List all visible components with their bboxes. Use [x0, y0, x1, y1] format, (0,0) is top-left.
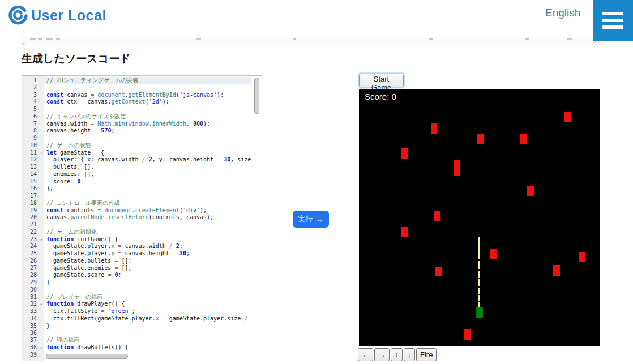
line-number: 28: [22, 272, 44, 279]
user-local-logo[interactable]: User Local: [8, 5, 106, 25]
code-line: gameState.enemies = [];: [44, 265, 262, 272]
bullet-rect: [478, 271, 480, 278]
code-line: // ゲームの状態: [44, 142, 262, 149]
code-line: // キャンバスのサイズを設定: [44, 113, 262, 121]
clipped-text-fragment: [30, 38, 36, 40]
game-button-right[interactable]: →: [374, 348, 390, 361]
code-line: bullets: [],: [44, 164, 262, 171]
game-button-down[interactable]: ↓: [404, 348, 416, 361]
line-number[interactable]: 23▾: [22, 236, 44, 243]
clipped-text-fragment: [46, 38, 53, 40]
line-number: 13: [22, 164, 44, 171]
code-line: [44, 329, 262, 337]
line-number: 1: [22, 77, 44, 84]
clipped-text-fragment: [525, 38, 529, 40]
code-line: ctx.fillRect(gameState.player.x - gameSt…: [44, 315, 262, 323]
line-number: 31: [22, 294, 44, 301]
game-button-fire[interactable]: Fire: [416, 348, 437, 361]
code-line: enemies: [],: [44, 171, 262, 178]
page-title: 生成したソースコード: [22, 52, 131, 66]
code-line: function drawBullets() {: [44, 344, 262, 352]
line-number: 35: [22, 323, 44, 330]
line-number: 12: [22, 156, 44, 164]
code-line: // プレイヤーの描画: [44, 294, 262, 301]
line-number: 5: [22, 106, 44, 113]
line-number: 34: [22, 315, 44, 323]
enemy-rect: [464, 329, 471, 340]
enemy-rect: [434, 211, 440, 221]
line-number: 20: [22, 214, 44, 221]
code-line: [44, 106, 262, 113]
code-line: canvas.parentNode.insertBefore(controls,…: [44, 214, 262, 221]
run-button-label: 実行: [298, 214, 313, 224]
code-line: gameState.player.y = canvas.height - 30;: [44, 250, 262, 258]
enemy-rect: [477, 134, 484, 144]
line-number: 18: [22, 200, 44, 207]
code-line: // 2Dシューティングゲームの実装: [44, 77, 262, 84]
enemy-rect: [401, 148, 408, 159]
hamburger-icon: [602, 25, 623, 29]
code-line: player: { x: canvas.width / 2, y: canvas…: [44, 156, 262, 164]
code-line: }: [44, 323, 262, 330]
score-text: Score: 0: [365, 92, 396, 101]
line-number: 39: [22, 352, 44, 359]
code-content[interactable]: // 2Dシューティングゲームの実装const canvas = documen…: [44, 76, 262, 361]
code-line: gameState.score = 0;: [44, 272, 262, 279]
code-line: function drawPlayer() {: [44, 301, 262, 308]
enemy-rect: [490, 249, 497, 259]
line-number: 9: [22, 135, 44, 142]
menu-button[interactable]: [593, 0, 633, 41]
enemy-rect: [431, 123, 437, 134]
clipped-text-fragment: [196, 38, 201, 40]
clipped-text-fragment: [293, 38, 296, 40]
clipped-text-fragment: [429, 38, 433, 40]
vertical-scrollbar-track[interactable]: [251, 76, 262, 361]
arrow-right-icon: →: [316, 215, 324, 224]
line-number: 37: [22, 337, 44, 344]
line-number: 26: [22, 258, 44, 265]
code-line: [44, 135, 262, 142]
bullet-rect: [478, 295, 480, 301]
line-number: 29: [22, 279, 44, 286]
code-line: ctx.fillStyle = 'green';: [44, 308, 262, 315]
enemy-rect: [579, 252, 585, 262]
line-number: 17: [22, 192, 44, 200]
logo-mark-icon: [8, 5, 28, 25]
bullet-rect: [478, 237, 480, 259]
code-line: const ctx = canvas.getContext('2d');: [44, 99, 262, 106]
enemy-rect: [564, 112, 571, 122]
code-line: score: 0: [44, 178, 262, 186]
code-line: gameState.player.x = canvas.width / 2;: [44, 243, 262, 250]
code-line: const controls = document.createElement(…: [44, 207, 262, 215]
vertical-scrollbar-thumb[interactable]: [254, 78, 259, 114]
game-canvas[interactable]: Score: 0: [359, 89, 600, 346]
enemy-rect: [553, 265, 560, 276]
code-line: gameState.bullets = [];: [44, 258, 262, 265]
player-rect: [476, 307, 483, 318]
line-number: 36: [22, 329, 44, 337]
line-number[interactable]: 11▾: [22, 149, 44, 157]
run-button[interactable]: 実行 →: [293, 211, 329, 228]
code-line: }: [44, 279, 262, 286]
code-line: // ゲームの初期化: [44, 229, 262, 236]
line-number: 19: [22, 207, 44, 215]
hamburger-icon: [602, 12, 623, 15]
start-game-button[interactable]: Start Game: [359, 74, 404, 87]
code-editor[interactable]: 1234567891011▾121314151617181920212223▾2…: [22, 75, 262, 361]
code-line: const canvas = document.getElementById('…: [44, 92, 262, 99]
game-button-up[interactable]: ↑: [391, 348, 403, 361]
enemy-rect: [527, 186, 534, 196]
line-number: 10: [22, 142, 44, 149]
code-line: [44, 84, 262, 92]
line-number: 27: [22, 265, 44, 272]
horizontal-scrollbar-thumb[interactable]: [46, 354, 128, 359]
line-number[interactable]: 38▾: [22, 344, 44, 352]
line-number: 2: [22, 84, 44, 92]
language-link[interactable]: English: [545, 7, 580, 19]
line-number-gutter: 1234567891011▾121314151617181920212223▾2…: [22, 76, 44, 361]
code-line: [44, 286, 262, 294]
line-number[interactable]: 32▾: [22, 301, 44, 308]
clipped-text-fragment: [567, 38, 572, 40]
logo-text: User Local: [31, 7, 106, 24]
game-button-left[interactable]: ←: [358, 348, 373, 361]
